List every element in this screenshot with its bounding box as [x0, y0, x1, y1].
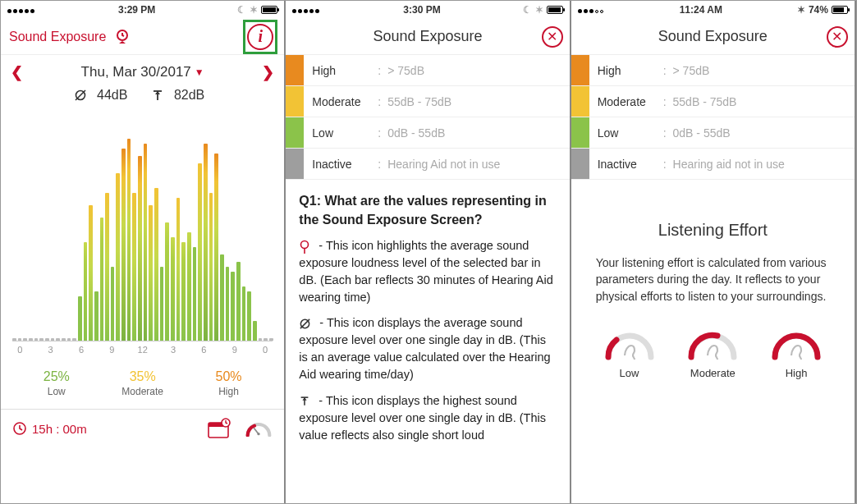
- chart-bar[interactable]: [111, 267, 115, 341]
- level-high-value: > 75dB: [378, 64, 424, 77]
- info-icon[interactable]: i: [247, 24, 273, 50]
- chart-bar[interactable]: [121, 149, 126, 341]
- chart-bar[interactable]: [116, 173, 120, 341]
- chart-bar[interactable]: [231, 272, 235, 341]
- chart-bar[interactable]: [214, 153, 218, 341]
- legend-high-pct: 50%: [216, 369, 242, 384]
- chart-bar[interactable]: [89, 205, 93, 341]
- chart-bar[interactable]: [193, 247, 197, 341]
- close-button[interactable]: ✕: [827, 26, 848, 48]
- level-low-value: 0dB - 55dB: [663, 126, 731, 140]
- x-tick: 12: [135, 345, 150, 355]
- chart-bar[interactable]: [67, 338, 71, 341]
- chart-bar[interactable]: [154, 188, 158, 341]
- chart-bar[interactable]: [259, 338, 263, 341]
- level-row-inactive: Inactive Hearing aid not in use: [571, 149, 855, 180]
- pin-icon: [299, 240, 310, 254]
- level-low-label: Low: [589, 126, 663, 140]
- faq-p3: - This icon displays the highest sound e…: [299, 392, 556, 444]
- wearing-time[interactable]: 15h : 00m: [12, 421, 87, 436]
- level-high-value: > 75dB: [663, 64, 710, 77]
- x-tick: [150, 345, 166, 355]
- prev-day-button[interactable]: ❮: [11, 63, 23, 81]
- status-time: 3:30 PM: [403, 4, 440, 16]
- level-mod-label: Moderate: [304, 95, 378, 108]
- signal-dots-icon: [292, 4, 321, 16]
- chart-bar[interactable]: [204, 144, 208, 341]
- level-mod-value: 55dB - 75dB: [663, 95, 737, 108]
- dropdown-caret-icon: ▼: [195, 66, 204, 78]
- chart-bar[interactable]: [144, 144, 148, 341]
- chart-bar[interactable]: [94, 291, 99, 341]
- exposure-chart[interactable]: 0369123690: [1, 112, 284, 361]
- day-metrics: 44dB 82dB: [1, 85, 284, 112]
- chart-bar[interactable]: [56, 338, 60, 341]
- chart-bar[interactable]: [209, 193, 213, 341]
- chart-bar[interactable]: [39, 338, 44, 341]
- faq-p1: - This icon highlights the average sound…: [299, 237, 556, 306]
- chart-bar[interactable]: [23, 338, 27, 341]
- level-low-value: 0dB - 55dB: [378, 126, 445, 140]
- gauge-icon[interactable]: [245, 420, 273, 437]
- avg-value: 44dB: [97, 88, 127, 103]
- bluetooth-icon: ✶: [535, 4, 543, 16]
- chart-bar[interactable]: [247, 291, 251, 341]
- chart-bar[interactable]: [132, 193, 136, 341]
- next-day-button[interactable]: ❯: [262, 63, 274, 81]
- screen-listening-effort: 11:24 AM ✶ 74% Sound Exposure ✕ High > 7…: [571, 1, 856, 503]
- effort-description: Your listening effort is calculated from…: [571, 254, 855, 305]
- chart-bar[interactable]: [181, 242, 186, 341]
- chart-bar[interactable]: [78, 296, 82, 341]
- clock-icon: [12, 421, 27, 436]
- level-row-high: High > 75dB: [571, 55, 855, 86]
- chart-bar[interactable]: [34, 338, 39, 341]
- bluetooth-icon: ✶: [797, 4, 805, 16]
- page-title: Sound Exposure: [373, 28, 482, 45]
- chart-bar[interactable]: [160, 267, 164, 341]
- chart-bar[interactable]: [220, 254, 224, 341]
- chart-bar[interactable]: [18, 338, 22, 341]
- date-label: Thu, Mar 30/2017: [81, 64, 191, 80]
- chart-bar[interactable]: [51, 338, 55, 341]
- chart-bar[interactable]: [29, 338, 33, 341]
- effort-heading: Listening Effort: [571, 221, 855, 240]
- chart-bar[interactable]: [198, 163, 202, 341]
- battery-pct: 74%: [809, 4, 828, 16]
- chart-bar[interactable]: [72, 338, 76, 341]
- app-header: Sound Exposure ✕: [286, 19, 569, 55]
- status-right: ✶ 74%: [797, 4, 848, 16]
- chart-bar[interactable]: [171, 237, 175, 341]
- calendar-icon[interactable]: [207, 418, 231, 439]
- x-tick: 9: [104, 345, 120, 355]
- chart-bar[interactable]: [138, 156, 142, 341]
- signal-dots-icon: [578, 4, 605, 16]
- chart-bar[interactable]: [187, 232, 191, 341]
- chart-bar[interactable]: [253, 321, 257, 341]
- chart-bar[interactable]: [84, 242, 88, 341]
- chart-bar[interactable]: [45, 338, 49, 341]
- chart-bar[interactable]: [100, 218, 104, 341]
- chart-bar[interactable]: [127, 139, 131, 341]
- status-time: 3:29 PM: [118, 4, 155, 16]
- chart-bar[interactable]: [105, 193, 109, 341]
- chart-bar[interactable]: [264, 338, 268, 341]
- chart-bar[interactable]: [226, 267, 230, 341]
- chart-bar[interactable]: [176, 198, 181, 341]
- chart-bar[interactable]: [236, 262, 241, 341]
- close-button[interactable]: ✕: [542, 26, 563, 48]
- chart-bar[interactable]: [149, 205, 153, 341]
- header-left[interactable]: Sound Exposure: [9, 27, 132, 47]
- wearing-time-value: 15h : 00m: [32, 422, 87, 436]
- chart-bar[interactable]: [12, 338, 16, 341]
- date-picker[interactable]: Thu, Mar 30/2017 ▼: [81, 64, 204, 80]
- level-legend-table: High > 75dB Moderate 55dB - 75dB Low 0dB…: [571, 55, 855, 180]
- x-tick: 3: [43, 345, 58, 355]
- chart-bar[interactable]: [242, 286, 246, 341]
- x-tick: [242, 345, 258, 355]
- chart-bar[interactable]: [62, 338, 66, 341]
- header-right: i: [243, 20, 277, 54]
- chart-bar[interactable]: [165, 222, 169, 341]
- chart-bar[interactable]: [269, 338, 273, 341]
- page-title: Sound Exposure: [658, 28, 768, 45]
- sync-clock-icon[interactable]: [112, 27, 132, 47]
